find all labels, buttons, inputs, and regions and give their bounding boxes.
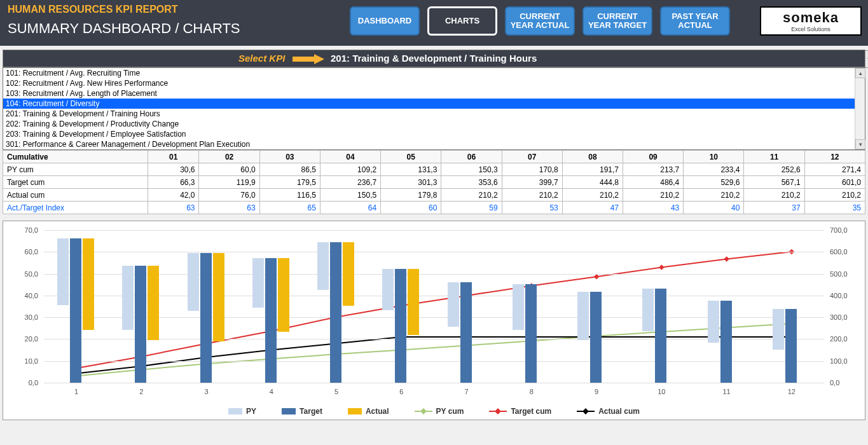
logo-subtitle: Excel Solutions [791, 26, 830, 32]
row-label: PY cum [3, 163, 148, 176]
kpi-option[interactable]: 301: Performance & Career Management / D… [3, 139, 865, 149]
bar-py [188, 253, 199, 311]
kpi-option[interactable]: 202: Training & Development / Productivi… [3, 119, 865, 129]
bar-target [785, 309, 797, 383]
cell: 271,4 [804, 163, 865, 176]
bar-py [448, 282, 459, 327]
cell: 179,8 [381, 189, 441, 202]
line-pycum [76, 324, 792, 376]
bar-actual [83, 238, 94, 330]
svg-rect-23 [659, 264, 664, 270]
chart-container: 0,010,020,030,040,050,060,070,0 0,0100,0… [3, 221, 865, 420]
cell: 210,2 [562, 189, 623, 202]
legend-pycum: PY cum [415, 407, 464, 416]
scroll-down-icon[interactable]: ▾ [855, 139, 865, 149]
cell: 30,6 [148, 163, 199, 176]
bar-actual [148, 266, 159, 340]
bar-target [525, 284, 537, 383]
nav-cy-actual[interactable]: CURRENT YEAR ACTUAL [505, 6, 575, 36]
dropdown-scrollbar[interactable]: ▴ ▾ [855, 68, 865, 149]
cell: 252,6 [744, 163, 804, 176]
table-row: Act./Target Index63636564605953474340373… [3, 202, 865, 214]
cell: 210,2 [684, 189, 744, 202]
table-row: Actual cum42,076,0116,5150,5179,8210,221… [3, 189, 865, 202]
kpi-option[interactable]: 104: Recruitment / Diversity [3, 99, 865, 109]
cell: 301,3 [381, 176, 441, 189]
kpi-option[interactable]: 103: Recruitment / Avg. Length of Placem… [3, 88, 865, 99]
cell: 150,3 [441, 163, 502, 176]
legend-accum: Actual cum [577, 407, 640, 416]
legend-target: Target [282, 407, 322, 416]
bar-target [330, 242, 341, 383]
bar-py [773, 309, 784, 350]
dropdown-toggle[interactable] [865, 50, 868, 68]
cell: 399,7 [502, 176, 562, 189]
cell: 76,0 [199, 189, 259, 202]
report-title: HUMAN RESOURCES KPI REPORT [8, 4, 178, 15]
table-section-label: Cumulative [3, 151, 148, 163]
bar-py [382, 269, 394, 310]
bar-py [317, 242, 329, 290]
row-label: Actual cum [3, 189, 148, 202]
cell: 191,7 [562, 163, 623, 176]
cell: 47 [562, 202, 623, 214]
cell: 109,2 [320, 163, 380, 176]
month-header: 08 [562, 151, 623, 163]
cell: 353,6 [441, 176, 502, 189]
nav-cy-target[interactable]: CURRENT YEAR TARGET [582, 6, 652, 36]
scroll-up-icon[interactable]: ▴ [855, 68, 865, 78]
row-label: Act./Target Index [3, 202, 148, 214]
kpi-option[interactable]: 101: Recruitment / Avg. Recruiting Time [3, 68, 865, 78]
cell: 35 [804, 202, 865, 214]
kpi-option[interactable]: 203: Training & Development / Employee S… [3, 129, 865, 139]
bar-target [265, 258, 277, 383]
nav-dashboard[interactable]: DASHBOARD [350, 6, 420, 36]
cell: 116,5 [259, 189, 320, 202]
cell: 63 [199, 202, 259, 214]
cell: 119,9 [199, 176, 259, 189]
cell: 131,3 [381, 163, 441, 176]
bar-target [590, 292, 602, 383]
month-header: 07 [502, 151, 562, 163]
bar-py [57, 238, 69, 305]
cell: 567,1 [744, 176, 804, 189]
cell: 213,7 [623, 163, 684, 176]
nav-charts[interactable]: CHARTS [427, 6, 497, 36]
cell: 210,2 [502, 189, 562, 202]
svg-marker-0 [293, 54, 324, 64]
cell: 233,4 [684, 163, 744, 176]
bar-actual [408, 269, 419, 335]
logo: someka Excel Solutions [760, 6, 862, 36]
month-header: 11 [744, 151, 804, 163]
cell: 601,0 [804, 176, 865, 189]
kpi-option[interactable]: 201: Training & Development / Training H… [3, 109, 865, 119]
month-header: 10 [684, 151, 744, 163]
kpi-selector-bar[interactable]: Select KPI 201: Training & Development /… [3, 50, 865, 67]
month-header: 06 [441, 151, 502, 163]
cell: 236,7 [320, 176, 380, 189]
cumulative-table: Cumulative010203040506070809101112 PY cu… [3, 150, 865, 214]
bar-target [395, 269, 406, 383]
legend-py: PY [228, 407, 256, 416]
legend-actual: Actual [348, 407, 389, 416]
cell: 37 [744, 202, 804, 214]
bar-py [708, 301, 719, 343]
line-actualcum [76, 337, 792, 374]
kpi-option[interactable]: 102: Recruitment / Avg. New Hires Perfor… [3, 78, 865, 88]
cell: 66,3 [148, 176, 199, 189]
nav-py-actual[interactable]: PAST YEAR ACTUAL [660, 6, 730, 36]
bar-py [122, 266, 134, 330]
logo-text: someka [783, 10, 839, 26]
month-header: 02 [199, 151, 259, 163]
month-header: 01 [148, 151, 199, 163]
cell: 60,0 [199, 163, 259, 176]
cell: 42,0 [148, 189, 199, 202]
bar-target [720, 301, 732, 383]
plot-area: 123456789101112 [44, 230, 824, 383]
cell: 170,8 [502, 163, 562, 176]
bar-target [135, 266, 146, 383]
bar-target [655, 289, 666, 383]
kpi-dropdown-list: 101: Recruitment / Avg. Recruiting Time1… [3, 67, 865, 150]
cell: 150,5 [320, 189, 380, 202]
combo-chart: 0,010,020,030,040,050,060,070,0 0,0100,0… [6, 224, 862, 402]
